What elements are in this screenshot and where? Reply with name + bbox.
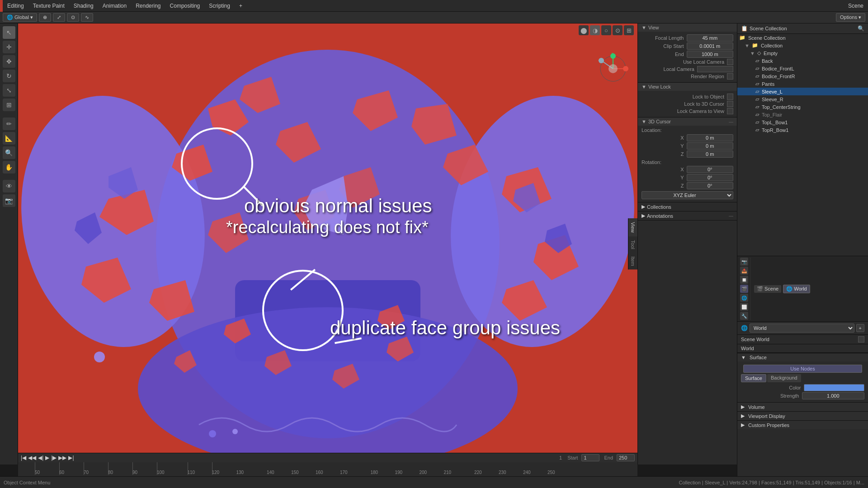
cursor-3d-header[interactable]: ▼ 3D Cursor — — [638, 117, 737, 126]
modifier-props-icon[interactable]: 🔧 — [740, 312, 748, 320]
volume-section-header[interactable]: ▶ Volume — [737, 402, 868, 411]
start-frame-input[interactable] — [581, 454, 599, 461]
world-tab[interactable]: 🌐 World — [783, 285, 810, 293]
output-props-icon[interactable]: 📤 — [740, 267, 748, 275]
render-region-checkbox[interactable] — [727, 73, 733, 80]
strength-input[interactable] — [802, 392, 865, 399]
surface-tab-background[interactable]: Background — [767, 374, 801, 382]
outliner-item-bodice-frontl[interactable]: ▱ Bodice_FrontL — [737, 65, 868, 72]
pivot-point[interactable]: ⊕ — [39, 13, 51, 22]
surface-tab-surface[interactable]: Surface — [741, 374, 766, 382]
outliner-item-topr-bow1[interactable]: ▱ TopR_Bow1 — [737, 126, 868, 134]
world-props-icon[interactable]: 🌐 — [740, 294, 748, 302]
color-swatch[interactable] — [804, 384, 865, 391]
topbar-add-workspace[interactable]: + — [235, 0, 247, 12]
sidebar-tab-item[interactable]: Item — [628, 253, 637, 269]
next-keyframe-btn[interactable]: |▶ — [51, 455, 57, 461]
snap-toggle[interactable]: ⤢ — [53, 13, 65, 22]
clip-end-input[interactable] — [687, 51, 734, 58]
measure-tool[interactable]: 📐 — [3, 132, 15, 145]
timeline-ruler[interactable]: 50 60 70 80 90 100 110 120 130 140 150 1… — [18, 462, 637, 477]
cursor-tool[interactable]: ✛ — [3, 41, 15, 53]
view-lock-header[interactable]: ▼ View Lock — [638, 83, 737, 91]
viewport-shading-render[interactable]: ○ — [601, 25, 611, 35]
rot-y-input[interactable] — [687, 174, 734, 181]
use-local-camera-checkbox[interactable] — [727, 59, 733, 65]
prev-keyframe-btn[interactable]: ◀| — [38, 455, 43, 461]
view-section-header[interactable]: ▼ View — [638, 23, 737, 32]
clip-start-input[interactable] — [687, 42, 734, 50]
scene-world-toggle[interactable] — [858, 336, 864, 343]
prev-frame-btn[interactable]: ◀◀ — [28, 455, 36, 461]
cursor-y-input[interactable] — [687, 142, 734, 150]
end-frame-input[interactable] — [617, 454, 635, 461]
topbar-texture-paint[interactable]: Texture Paint — [28, 0, 69, 12]
viewport-overlays-btn[interactable]: ⊙ — [613, 25, 623, 35]
surface-section-header[interactable]: ▼ Surface — [737, 353, 868, 361]
outliner-item-collection[interactable]: ▼ 📁 Collection — [737, 42, 868, 49]
rot-x-input[interactable] — [687, 166, 734, 173]
use-nodes-button[interactable]: Use Nodes — [743, 365, 862, 373]
viewport-shading-material[interactable]: ◑ — [590, 25, 600, 35]
viewport-3d[interactable]: obvious normal issues *recalculating doe… — [18, 23, 637, 465]
sidebar-tab-tool[interactable]: Tool — [628, 236, 637, 253]
cursor-z-input[interactable] — [687, 150, 734, 158]
lock-camera-to-view-checkbox[interactable] — [727, 108, 733, 114]
next-frame-btn[interactable]: ▶▶ — [58, 455, 66, 461]
falloff-type[interactable]: ∿ — [81, 13, 93, 22]
view-tool[interactable]: 👁 — [3, 180, 15, 192]
object-props-icon[interactable]: ⬜ — [740, 303, 748, 311]
zoom-tool[interactable]: 🔍 — [3, 146, 15, 159]
jump-to-end-btn[interactable]: ▶| — [68, 455, 74, 461]
viewport-display-section-header[interactable]: ▶ Viewport Display — [737, 411, 868, 420]
scale-tool[interactable]: ⤡ — [3, 84, 15, 97]
scene-tab[interactable]: 🎬 Scene — [754, 285, 781, 293]
lock-to-object-checkbox[interactable] — [727, 94, 733, 100]
outliner-item-top-centerstring[interactable]: ▱ Top_CenterString — [737, 103, 868, 111]
outliner-item-sleeve-r[interactable]: ▱ Sleeve_R — [737, 95, 868, 103]
custom-properties-section-header[interactable]: ▶ Custom Properties — [737, 420, 868, 429]
proportional-edit[interactable]: ⊙ — [67, 13, 79, 22]
topbar-editing[interactable]: Editing — [3, 0, 28, 12]
transform-tool[interactable]: ⊞ — [3, 99, 15, 111]
topbar-rendering[interactable]: Rendering — [131, 0, 165, 12]
topbar-animation[interactable]: Animation — [98, 0, 131, 12]
outliner-filter-icon[interactable]: 🔍 — [858, 25, 864, 32]
outliner-item-sleeve-l[interactable]: ▱ Sleeve_L — [737, 88, 868, 95]
local-camera-value[interactable] — [697, 66, 733, 72]
annotate-tool[interactable]: ✏ — [3, 117, 15, 130]
outliner-item-pants[interactable]: ▱ Pants — [737, 80, 868, 88]
scene-props-icon[interactable]: 🎬 — [740, 285, 748, 293]
jump-to-start-btn[interactable]: |◀ — [21, 455, 26, 461]
outliner-item-top-flair[interactable]: ▱ Top_Flair — [737, 111, 868, 118]
world-add-btn[interactable]: + — [856, 324, 864, 332]
rotate-tool[interactable]: ↻ — [3, 70, 15, 82]
transform-global[interactable]: 🌐 Global ▾ — [3, 13, 37, 22]
rot-z-input[interactable] — [687, 182, 734, 189]
viewport-gizmos-btn[interactable]: ⊞ — [624, 25, 634, 35]
focal-length-input[interactable] — [687, 34, 734, 42]
sidebar-tab-view[interactable]: View — [628, 218, 637, 236]
lock-to-3d-cursor-checkbox[interactable] — [727, 101, 733, 107]
rot-mode-select[interactable]: XYZ Euler — [642, 191, 733, 199]
cursor-x-input[interactable] — [687, 134, 734, 141]
render-props-icon[interactable]: 📷 — [740, 258, 748, 266]
cursor-3d-reset[interactable]: — — [729, 119, 733, 124]
outliner-item-topl-bow1[interactable]: ▱ TopL_Bow1 — [737, 118, 868, 126]
topbar-scripting[interactable]: Scripting — [204, 0, 235, 12]
outliner-item-empty[interactable]: ▼ ◇ Empty — [737, 49, 868, 57]
outliner-item-scene-collection[interactable]: 📁 Scene Collection — [737, 34, 868, 42]
viewport-gizmo[interactable]: X Y Z — [595, 51, 631, 87]
play-btn[interactable]: ▶ — [45, 455, 49, 461]
outliner-item-back[interactable]: ▱ Back — [737, 57, 868, 65]
topbar-shading[interactable]: Shading — [69, 0, 98, 12]
annotations-header[interactable]: ▶ Annotations — — [638, 211, 737, 220]
topbar-compositing[interactable]: Compositing — [165, 0, 205, 12]
viewport-shading-solid[interactable]: ⬤ — [579, 25, 589, 35]
move-tool[interactable]: ✥ — [3, 55, 15, 68]
hand-tool[interactable]: ✋ — [3, 161, 15, 174]
render-tool[interactable]: 📷 — [3, 194, 15, 207]
collections-header[interactable]: ▶ Collections — [638, 202, 737, 211]
select-tool[interactable]: ↖ — [3, 26, 15, 39]
options-btn[interactable]: Options ▾ — [836, 13, 865, 22]
